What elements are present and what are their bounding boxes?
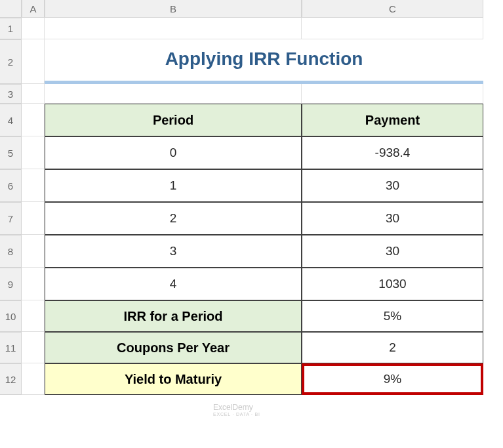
coupons-label[interactable]: Coupons Per Year <box>45 332 302 363</box>
cell-a5[interactable] <box>22 136 45 169</box>
cell-a3[interactable] <box>22 84 45 104</box>
corner-cell <box>0 0 22 18</box>
col-header-c[interactable]: C <box>302 0 483 18</box>
row-header-1[interactable]: 1 <box>0 18 22 39</box>
row-header-7[interactable]: 7 <box>0 202 22 235</box>
watermark: ExcelDemy EXCEL · DATA · BI <box>213 403 260 417</box>
table-row[interactable]: 30 <box>302 169 483 202</box>
row-header-8[interactable]: 8 <box>0 235 22 268</box>
irr-value[interactable]: 5% <box>302 300 483 332</box>
table-row[interactable]: 4 <box>45 268 302 300</box>
table-header-period[interactable]: Period <box>45 104 302 136</box>
row-header-4[interactable]: 4 <box>0 104 22 136</box>
table-row[interactable]: -938.4 <box>302 136 483 169</box>
row-header-5[interactable]: 5 <box>0 136 22 169</box>
spreadsheet-grid: A B C 1 2 Applying IRR Function 3 4 Peri… <box>0 0 503 395</box>
cell-a10[interactable] <box>22 300 45 332</box>
cell-c1[interactable] <box>302 18 483 39</box>
row-header-11[interactable]: 11 <box>0 332 22 363</box>
col-header-a[interactable]: A <box>22 0 45 18</box>
cell-a12[interactable] <box>22 363 45 395</box>
cell-b1[interactable] <box>45 18 302 39</box>
cell-a2[interactable] <box>22 39 45 84</box>
ytm-value[interactable]: 9% <box>302 363 483 395</box>
row-header-9[interactable]: 9 <box>0 268 22 300</box>
table-row[interactable]: 30 <box>302 235 483 268</box>
cell-c3[interactable] <box>302 84 483 104</box>
irr-label[interactable]: IRR for a Period <box>45 300 302 332</box>
row-header-10[interactable]: 10 <box>0 300 22 332</box>
page-title[interactable]: Applying IRR Function <box>45 39 483 84</box>
row-header-12[interactable]: 12 <box>0 363 22 395</box>
row-header-2[interactable]: 2 <box>0 39 22 84</box>
cell-b3[interactable] <box>45 84 302 104</box>
watermark-sub: EXCEL · DATA · BI <box>213 412 260 417</box>
cell-a6[interactable] <box>22 169 45 202</box>
watermark-main: ExcelDemy <box>213 403 253 412</box>
table-row[interactable]: 1030 <box>302 268 483 300</box>
ytm-label[interactable]: Yield to Maturiy <box>45 363 302 395</box>
row-header-6[interactable]: 6 <box>0 169 22 202</box>
col-header-b[interactable]: B <box>45 0 302 18</box>
cell-a7[interactable] <box>22 202 45 235</box>
table-row[interactable]: 30 <box>302 202 483 235</box>
cell-a9[interactable] <box>22 268 45 300</box>
table-row[interactable]: 1 <box>45 169 302 202</box>
cell-a8[interactable] <box>22 235 45 268</box>
table-row[interactable]: 2 <box>45 202 302 235</box>
table-header-payment[interactable]: Payment <box>302 104 483 136</box>
table-row[interactable]: 0 <box>45 136 302 169</box>
coupons-value[interactable]: 2 <box>302 332 483 363</box>
row-header-3[interactable]: 3 <box>0 84 22 104</box>
table-row[interactable]: 3 <box>45 235 302 268</box>
cell-a11[interactable] <box>22 332 45 363</box>
cell-a1[interactable] <box>22 18 45 39</box>
cell-a4[interactable] <box>22 104 45 136</box>
